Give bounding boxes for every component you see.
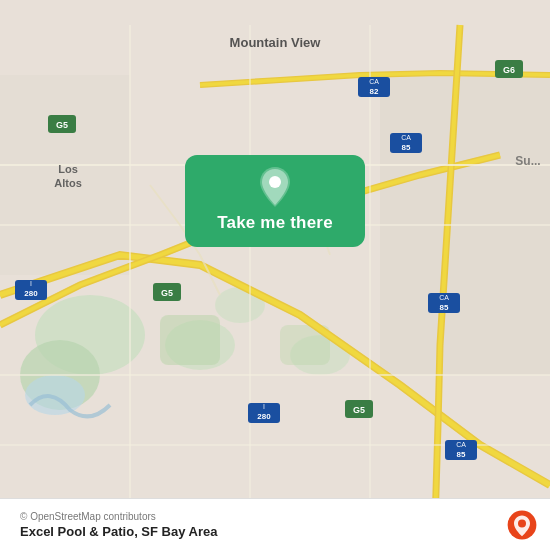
location-pin-icon xyxy=(253,165,297,209)
svg-text:G5: G5 xyxy=(161,288,173,298)
svg-text:CA: CA xyxy=(439,294,449,301)
location-info: © OpenStreetMap contributors Excel Pool … xyxy=(20,511,506,539)
svg-point-48 xyxy=(269,176,281,188)
map-container: G5 G6 G5 G5 I 280 I 280 CA 82 CA 85 CA 8… xyxy=(0,0,550,550)
take-me-there-label: Take me there xyxy=(217,213,333,233)
svg-text:Altos: Altos xyxy=(54,177,82,189)
svg-text:G6: G6 xyxy=(503,65,515,75)
svg-point-50 xyxy=(518,519,526,527)
svg-text:CA: CA xyxy=(456,441,466,448)
svg-text:280: 280 xyxy=(257,412,271,421)
svg-text:Su...: Su... xyxy=(515,154,540,168)
attribution-text: © OpenStreetMap contributors xyxy=(20,511,156,522)
svg-text:82: 82 xyxy=(370,87,379,96)
map-background: G5 G6 G5 G5 I 280 I 280 CA 82 CA 85 CA 8… xyxy=(0,0,550,550)
svg-point-6 xyxy=(25,375,85,415)
svg-rect-7 xyxy=(160,315,220,365)
svg-text:G5: G5 xyxy=(56,120,68,130)
svg-text:Los: Los xyxy=(58,163,78,175)
svg-text:I: I xyxy=(30,280,32,287)
svg-rect-10 xyxy=(0,75,130,275)
take-me-there-button[interactable]: Take me there xyxy=(185,155,365,247)
svg-text:85: 85 xyxy=(402,143,411,152)
svg-text:I: I xyxy=(263,403,265,410)
bottom-info-bar: © OpenStreetMap contributors Excel Pool … xyxy=(0,498,550,550)
place-name-text: Excel Pool & Patio, SF Bay Area xyxy=(20,524,217,539)
svg-text:85: 85 xyxy=(457,450,466,459)
svg-text:280: 280 xyxy=(24,289,38,298)
svg-text:CA: CA xyxy=(401,134,411,141)
moovit-icon xyxy=(506,509,538,541)
svg-text:85: 85 xyxy=(440,303,449,312)
moovit-logo xyxy=(506,509,538,541)
svg-text:CA: CA xyxy=(369,78,379,85)
svg-text:Mountain View: Mountain View xyxy=(230,35,322,50)
svg-text:G5: G5 xyxy=(353,405,365,415)
